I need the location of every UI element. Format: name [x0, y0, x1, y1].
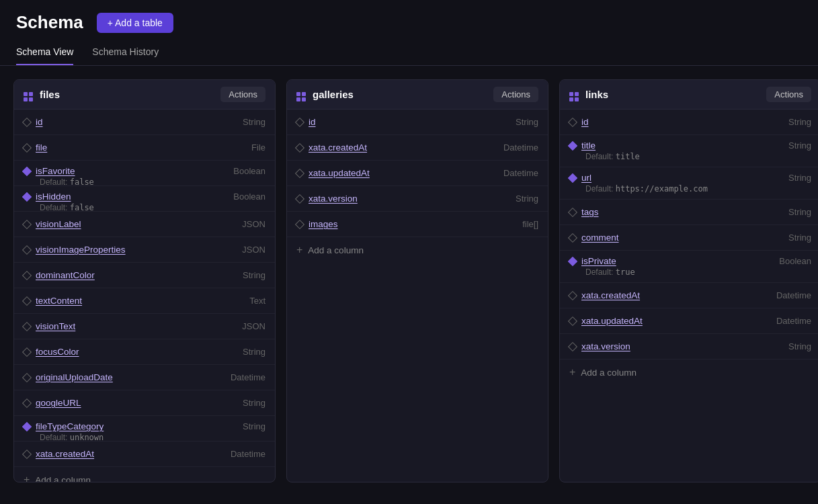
table-row: fileFile [14, 135, 275, 161]
col-type-label: Boolean [779, 256, 811, 266]
col-name[interactable]: xata.createdAt [309, 142, 367, 153]
table-row: commentString [560, 225, 818, 251]
col-name[interactable]: xata.version [581, 341, 630, 351]
col-type-icon [22, 321, 32, 331]
actions-button-links[interactable]: Actions [766, 87, 811, 102]
col-type-icon [22, 398, 32, 407]
col-type-label: String [243, 398, 265, 408]
col-type-label: JSON [242, 321, 265, 331]
col-default-value: Default: https://example.com [569, 184, 708, 194]
col-type-label: JSON [242, 245, 265, 255]
col-name[interactable]: xata.createdAt [581, 290, 640, 300]
col-type-icon [22, 219, 32, 228]
col-name[interactable]: isFavorite [36, 166, 75, 176]
table-row: dominantColorString [14, 263, 275, 288]
tab-schema-view[interactable]: Schema View [16, 40, 73, 65]
col-name[interactable]: originalUploadDate [36, 372, 113, 382]
col-type-label: File [251, 142, 265, 153]
col-default-value: Default: unknown [24, 433, 104, 442]
table-card-links: linksActionsidStringtitleStringDefault: … [559, 79, 818, 482]
col-name[interactable]: fileTypeCategory [36, 421, 104, 431]
col-type-icon [568, 290, 577, 300]
col-default-value: Default: title [569, 152, 640, 161]
col-name[interactable]: focusColor [36, 347, 79, 357]
col-name[interactable]: comment [581, 233, 619, 243]
col-type-label: String [516, 194, 538, 204]
col-name[interactable]: visionLabel [36, 219, 81, 229]
col-type-label: Datetime [776, 290, 811, 300]
table-name-galleries: galleries [313, 89, 354, 100]
add-column-button-files[interactable]: +Add a column [14, 467, 275, 482]
table-row: xata.versionString [560, 334, 818, 360]
col-name[interactable]: isHidden [36, 192, 71, 202]
col-type-label: Text [249, 296, 265, 306]
col-name[interactable]: file [36, 142, 47, 153]
col-name[interactable]: isPrivate [581, 256, 616, 266]
table-row: titleStringDefault: title [560, 135, 818, 167]
page-header: Schema + Add a table [0, 0, 818, 40]
col-default-value: Default: false [24, 203, 94, 212]
add-column-button-links[interactable]: +Add a column [560, 360, 818, 385]
add-column-button-galleries[interactable]: +Add a column [287, 237, 548, 263]
col-type-icon [568, 256, 577, 265]
col-name[interactable]: title [581, 140, 596, 151]
plus-icon: + [569, 366, 575, 378]
col-name[interactable]: xata.createdAt [36, 449, 94, 459]
col-type-icon [568, 117, 577, 126]
col-type-icon [568, 341, 577, 351]
col-type-label: JSON [242, 219, 265, 229]
col-type-label: String [788, 117, 811, 127]
table-row: idString [287, 110, 548, 135]
col-type-label: String [243, 347, 265, 357]
col-type-icon [22, 421, 32, 431]
col-name[interactable]: googleURL [36, 398, 81, 408]
col-type-icon [568, 316, 577, 325]
col-name[interactable]: visionImageProperties [36, 245, 126, 255]
col-type-icon [22, 449, 32, 458]
col-name[interactable]: tags [581, 207, 599, 217]
col-type-icon [295, 142, 304, 152]
col-type-label: String [788, 341, 811, 351]
table-row: xata.createdAtDatetime [560, 283, 818, 308]
plus-icon: + [296, 244, 302, 256]
col-name[interactable]: id [581, 117, 589, 127]
table-row: tagsString [560, 200, 818, 225]
add-table-button[interactable]: + Add a table [97, 13, 173, 33]
table-row: isHiddenBooleanDefault: false [14, 186, 275, 212]
col-name[interactable]: url [581, 173, 591, 183]
actions-button-files[interactable]: Actions [220, 87, 265, 102]
col-name[interactable]: id [309, 117, 316, 127]
col-name[interactable]: id [36, 117, 43, 127]
table-row: textContentText [14, 288, 275, 314]
plus-icon: + [24, 474, 30, 482]
col-type-icon [22, 296, 32, 305]
col-type-icon [22, 192, 32, 201]
table-card-galleries: galleriesActionsidStringxata.createdAtDa… [286, 79, 548, 482]
table-row: originalUploadDateDatetime [14, 365, 275, 390]
col-type-label: String [788, 173, 811, 183]
col-name[interactable]: visionText [36, 321, 75, 331]
col-name[interactable]: xata.updatedAt [581, 316, 643, 326]
col-type-icon [22, 142, 32, 152]
add-column-label: Add a column [35, 475, 91, 483]
col-type-icon [22, 166, 32, 175]
col-type-label: String [788, 140, 811, 151]
tab-bar: Schema View Schema History [0, 40, 818, 66]
table-header-links: linksActions [560, 80, 818, 110]
col-name[interactable]: xata.updatedAt [309, 168, 370, 178]
col-name[interactable]: textContent [36, 296, 82, 306]
col-name[interactable]: dominantColor [36, 270, 95, 280]
tab-schema-history[interactable]: Schema History [92, 40, 159, 65]
col-type-icon [568, 140, 577, 150]
table-row: xata.createdAtDatetime [287, 135, 548, 161]
table-row: isFavoriteBooleanDefault: false [14, 161, 275, 186]
table-row: xata.versionString [287, 186, 548, 212]
table-row: imagesfile[] [287, 212, 548, 237]
table-row: focusColorString [14, 339, 275, 365]
table-row: isPrivateBooleanDefault: true [560, 251, 818, 283]
col-name[interactable]: images [309, 219, 338, 229]
col-type-icon [22, 245, 32, 254]
table-name-files: files [40, 89, 60, 100]
actions-button-galleries[interactable]: Actions [493, 87, 538, 102]
col-name[interactable]: xata.version [309, 194, 358, 204]
